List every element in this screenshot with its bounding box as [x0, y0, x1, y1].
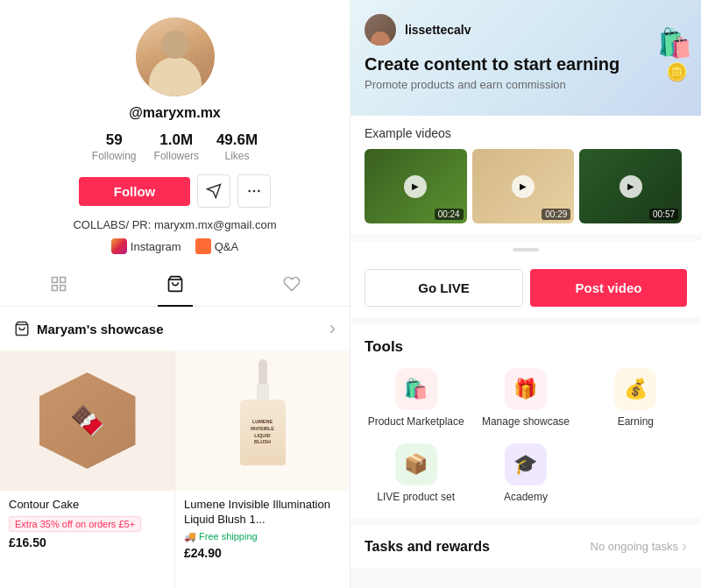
tools-title: Tools	[365, 338, 687, 356]
qa-label: Q&A	[215, 240, 238, 253]
qa-link[interactable]: Q&A	[195, 238, 238, 254]
manage-showcase-icon: 🎁	[505, 368, 547, 410]
decorative-icons: 🛍️ 🪙	[657, 26, 692, 82]
instagram-link[interactable]: Instagram	[111, 238, 181, 254]
play-button-3: ▶	[620, 175, 642, 198]
tool-product-marketplace[interactable]: 🛍️ Product Marketplace	[365, 368, 467, 429]
truck-icon: 🚚	[184, 531, 196, 542]
product-info-2: Lumene Invisible Illumination Liquid Blu…	[175, 491, 350, 567]
coin-icon: 🪙	[666, 61, 692, 82]
products-grid: 🍫 Contour Cake Extra 35% off on orders £…	[0, 351, 350, 588]
showcase-header[interactable]: Maryam's showcase ›	[0, 307, 350, 351]
manage-showcase-label: Manage showcase	[482, 415, 570, 429]
showcase-title: Maryam's showcase	[37, 322, 163, 337]
videos-row: ▶ 00:24 ▶ 00:29 ▶ 00:57	[365, 149, 687, 223]
svg-rect-1	[52, 278, 57, 283]
bio-text: COLLABS/ PR: maryxm.mx@gmail.com	[73, 218, 276, 231]
follow-button[interactable]: Follow	[79, 177, 191, 206]
stats-row: 59 Following 1.0M Followers 49.6M Likes	[92, 131, 258, 162]
creator-card-top: lissettecalv	[365, 14, 687, 46]
live-product-set-label: LIVE product set	[377, 491, 455, 505]
svg-rect-2	[60, 278, 65, 283]
following-count: 59	[106, 131, 123, 149]
product-image-1: 🍫	[0, 351, 174, 491]
bag-icon: 🛍️	[657, 26, 692, 60]
stat-likes: 49.6M Likes	[216, 131, 258, 162]
followers-label: Followers	[154, 150, 199, 162]
actions-row: Follow	[79, 174, 272, 208]
product-name-1: Contour Cake	[9, 498, 166, 513]
right-panel: lissettecalv Create content to start ear…	[350, 0, 701, 588]
followers-count: 1.0M	[159, 131, 193, 149]
showcase-icon	[14, 321, 30, 337]
tool-manage-showcase[interactable]: 🎁 Manage showcase	[474, 368, 577, 429]
stat-following: 59 Following	[92, 131, 137, 162]
product-card-2[interactable]: LUMENEINVISIBLELIQUIDBLUSH Lumene Invisi…	[175, 351, 350, 588]
tab-liked[interactable]	[266, 266, 318, 306]
tasks-title: Tasks and rewards	[365, 539, 490, 555]
creator-avatar	[365, 14, 396, 46]
contour-cake-image: 🍫	[39, 372, 136, 469]
free-shipping-badge: 🚚 Free shipping	[184, 531, 341, 542]
instagram-label: Instagram	[131, 240, 181, 253]
tool-live-product-set[interactable]: 📦 LIVE product set	[365, 443, 467, 505]
tools-section: Tools 🛍️ Product Marketplace 🎁 Manage sh…	[350, 324, 701, 518]
svg-rect-3	[52, 286, 57, 291]
username: @maryxm.mx	[129, 105, 221, 121]
post-video-button[interactable]: Post video	[530, 269, 687, 307]
social-links: Instagram Q&A	[111, 238, 238, 254]
creator-card: lissettecalv Create content to start ear…	[350, 0, 701, 116]
message-button[interactable]	[197, 174, 230, 208]
profile-tabs	[0, 266, 350, 307]
scroll-dot	[513, 248, 539, 251]
showcase-title-row: Maryam's showcase	[14, 321, 163, 337]
left-panel: @maryxm.mx 59 Following 1.0M Followers 4…	[0, 0, 350, 588]
avatar-image	[136, 18, 215, 96]
video-thumb-1[interactable]: ▶ 00:24	[365, 149, 467, 223]
product-card-1[interactable]: 🍫 Contour Cake Extra 35% off on orders £…	[0, 351, 174, 588]
product-marketplace-label: Product Marketplace	[368, 415, 464, 429]
product-marketplace-icon: 🛍️	[395, 368, 437, 410]
tab-shop[interactable]	[149, 266, 202, 306]
product-name-2: Lumene Invisible Illumination Liquid Blu…	[184, 498, 341, 528]
academy-icon: 🎓	[505, 443, 547, 485]
qa-icon	[195, 238, 211, 254]
video-thumb-3[interactable]: ▶ 00:57	[579, 149, 682, 223]
tasks-chevron-icon: ›	[682, 537, 687, 556]
following-label: Following	[92, 150, 137, 162]
product-price-1: £16.50	[9, 535, 166, 549]
likes-label: Likes	[225, 150, 250, 162]
likes-count: 49.6M	[216, 131, 258, 149]
product-info-1: Contour Cake Extra 35% off on orders £5+…	[0, 491, 174, 556]
earn-subtitle: Promote products and earn commission	[365, 78, 687, 91]
bottle-label: LUMENEINVISIBLELIQUIDBLUSH	[251, 419, 274, 446]
earning-icon: 💰	[614, 368, 656, 410]
example-videos-section: Example videos ▶ 00:24 ▶ 00:29 ▶ 00:57	[350, 116, 701, 234]
earning-label: Earning	[618, 415, 654, 429]
example-videos-label: Example videos	[365, 126, 687, 140]
tool-earning[interactable]: 💰 Earning	[584, 368, 687, 429]
bio-section: COLLABS/ PR: maryxm.mx@gmail.com	[73, 218, 276, 231]
video-duration-1: 00:24	[435, 209, 464, 220]
discount-badge-1: Extra 35% off on orders £5+	[9, 516, 141, 532]
tasks-status: No ongoing tasks ›	[591, 537, 687, 556]
product-price-2: £24.90	[184, 546, 341, 560]
go-live-button[interactable]: Go LIVE	[365, 269, 523, 307]
instagram-icon	[111, 238, 127, 254]
more-options-button[interactable]	[237, 174, 271, 208]
avatar	[136, 18, 215, 96]
tool-academy[interactable]: 🎓 Academy	[474, 443, 577, 505]
tasks-section[interactable]: Tasks and rewards No ongoing tasks ›	[350, 525, 701, 568]
showcase-chevron-icon: ›	[329, 317, 336, 340]
video-duration-2: 00:29	[542, 209, 570, 220]
creator-name: lissettecalv	[405, 23, 471, 37]
video-duration-3: 00:57	[649, 209, 678, 220]
play-button-1: ▶	[404, 175, 427, 198]
action-buttons-row: Go LIVE Post video	[350, 259, 701, 317]
tab-grid[interactable]	[32, 266, 85, 306]
heart-decoration: 🍫	[70, 404, 105, 437]
academy-label: Academy	[504, 491, 548, 505]
svg-marker-0	[208, 185, 221, 198]
video-thumb-2[interactable]: ▶ 00:29	[472, 149, 575, 223]
live-product-set-icon: 📦	[395, 443, 437, 485]
